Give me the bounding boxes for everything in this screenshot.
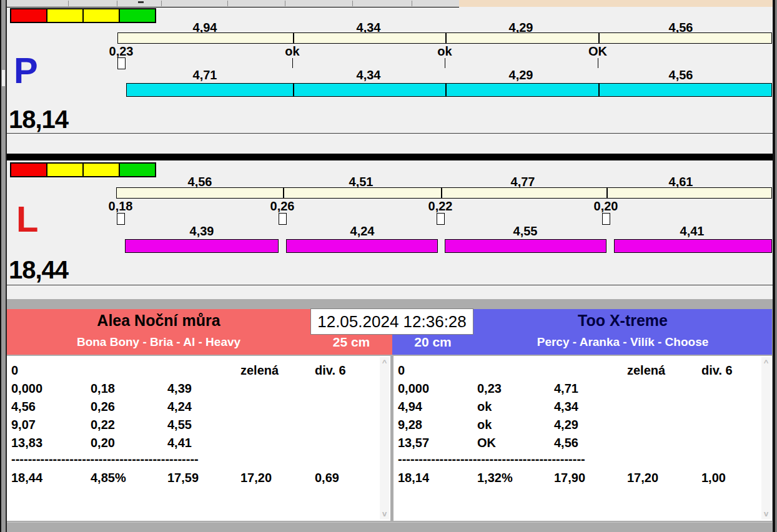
bar-divider [445,33,447,43]
lap-time-label: 4,29 [509,69,533,81]
lap-cell: 0,26 [91,400,115,413]
split-time-label: 4,94 [193,21,217,34]
split-time-label: 4,77 [511,175,535,188]
scroll-down-icon[interactable]: v [761,510,771,518]
jump-height-badge: 25 cm [310,335,392,350]
checkpoint-label: ok [285,45,299,57]
lap-cell: 0,000 [398,382,429,395]
lane-letter-l: L [16,201,38,237]
division-label: div. 6 [315,363,346,377]
bar-divider [441,188,442,198]
light-status: zelená [627,363,665,377]
header-strip-right [459,0,773,7]
jump-height-badge: 20 cm [392,335,473,350]
split-scale-bar [117,32,772,44]
header-cell-divider [412,1,412,6]
lap-cell: 9,28 [398,418,422,431]
bar-divider [293,33,294,43]
bar-divider [606,188,608,198]
bar-divider [445,84,447,96]
lap-cell: 4,71 [554,382,578,395]
bar-divider [283,188,284,198]
faults-value: 0 [398,363,405,377]
bar-divider [293,84,294,96]
scroll-down-icon[interactable]: v [380,510,389,518]
summary-cell: 1,00 [701,471,726,485]
lap-cell: OK [477,436,496,450]
checkpoint-label: 0,23 [109,45,134,57]
lap-progress-bar-l [445,239,606,253]
light-green-icon [119,162,156,177]
header-cell-divider [227,1,228,6]
checkpoint-label: OK [588,45,607,57]
lap-progress-bar-l [286,239,438,253]
lap-cell: 0,20 [91,436,115,450]
light-yellow2-icon [82,8,120,23]
header-cell-divider [285,1,285,6]
summary-cell: 4,85% [91,471,126,485]
result-table-left: 0 zelená div. 6 0,000 0,18 4,39 4,56 0,2… [7,356,390,521]
lap-cell: 4,29 [554,418,578,431]
checkpoint-label: ok [437,45,452,57]
lane-letter-p: P [14,52,38,89]
lap-cell: 4,55 [167,418,192,431]
start-lights [10,8,155,21]
header-cell-divider [352,1,353,6]
summary-cell: 17,20 [627,471,658,485]
summary-cell: 17,20 [240,471,272,485]
summary-cell: 17,59 [167,471,199,485]
lap-cell: 4,56 [11,400,36,413]
summary-cell: 17,90 [554,471,585,485]
lap-time-label: 4,71 [193,69,217,81]
lap-progress-bar-l [125,239,279,253]
split-time-label: 4,29 [509,21,533,34]
checkpoint-box [117,57,126,69]
light-yellow1-icon [46,8,84,23]
window-left-border-inner [6,0,7,532]
table-scrollbar[interactable]: ^ v [380,357,389,520]
checkpoint-label: 0,22 [428,200,453,212]
scroll-up-icon[interactable]: ^ [761,358,771,367]
lap-cell: ok [477,418,492,431]
lap-time-label: 4,24 [350,225,375,237]
lap-cell: 4,94 [398,400,422,413]
lane-total-l: 18,44 [9,257,68,282]
light-green-icon [119,8,156,23]
lane-total-p: 18,14 [9,107,68,132]
checkpoint-label: 0,20 [594,200,618,212]
minimize-icon[interactable] [138,1,144,3]
team-name: Alea Noční můra [7,312,310,330]
lap-cell: 4,41 [167,436,192,450]
summary-cell: 1,32% [477,471,513,485]
timing-app-window: 4,94 4,34 4,29 4,56 0,23 ok ok OK 4,71 4… [0,0,777,532]
lap-time-label: 4,55 [513,225,538,237]
split-time-label: 4,56 [669,21,693,34]
light-red-icon [10,162,47,177]
separator-dashes: ----------------------------------------… [398,452,585,466]
checkpoint-tick [598,58,598,68]
light-yellow2-icon [82,162,120,177]
lap-cell: 9,07 [11,418,36,431]
summary-cell: 0,69 [315,471,339,485]
scroll-up-icon[interactable]: ^ [380,358,389,367]
lap-cell: 4,39 [167,382,192,395]
bar-divider [598,84,600,96]
light-yellow1-icon [46,162,84,177]
lap-cell: 4,24 [167,400,192,413]
lap-cell: 0,23 [477,382,502,395]
checkpoint-box [117,213,125,225]
left-scrollbar-thumb[interactable] [2,70,5,86]
panel-separator [7,154,773,160]
split-scale-bar [116,187,772,199]
split-time-label: 4,56 [188,175,212,188]
checkpoint-label: 0,18 [109,200,133,212]
split-time-label: 4,61 [669,175,693,188]
result-table-right: 0 zelená div. 6 0,000 0,23 4,71 4,94 ok … [393,356,772,521]
team-lineup: Percy - Aranka - Vilík - Choose [473,335,772,349]
checkpoint-box [602,213,610,225]
lane-status-strip [7,133,773,148]
start-lights [10,162,155,175]
checkpoint-box [437,213,445,225]
table-scrollbar[interactable]: ^ v [761,357,771,520]
lane-status-strip [7,285,773,300]
